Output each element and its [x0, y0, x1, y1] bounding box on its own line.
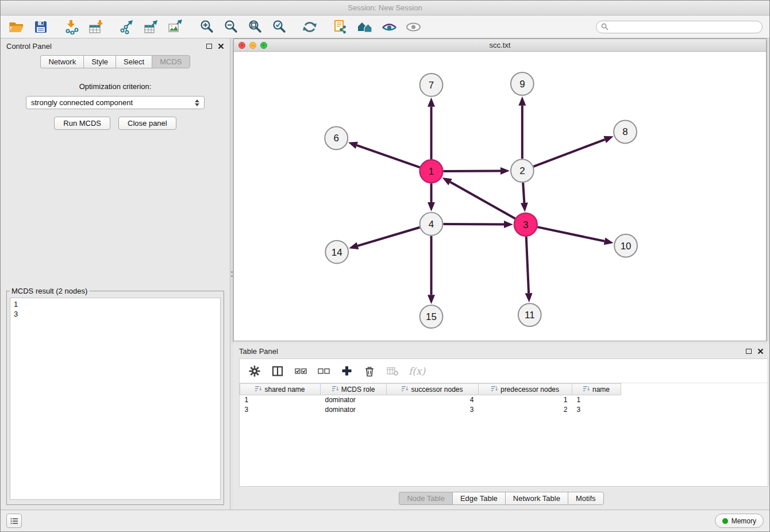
table-cell[interactable]: 2 [479, 405, 572, 415]
graph-node-2[interactable]: 2 [511, 159, 534, 182]
close-panel-icon[interactable] [218, 43, 224, 49]
zoom-selected-button[interactable] [270, 18, 288, 36]
column-header[interactable]: shared name [240, 384, 321, 395]
close-panel-button[interactable]: Close panel [118, 117, 176, 130]
graph-edge-4-3[interactable] [443, 221, 513, 228]
graph-node-7[interactable]: 7 [420, 74, 443, 97]
column-header-label: name [592, 385, 610, 394]
memory-button[interactable]: Memory [715, 514, 764, 528]
save-session-button[interactable] [32, 18, 50, 36]
graph-edge-1-7[interactable] [428, 98, 435, 160]
control-panel-title: Control Panel [6, 42, 52, 51]
svg-text:1: 1 [429, 166, 434, 177]
table-cell[interactable]: 3 [387, 405, 479, 415]
graph-edge-1-4[interactable] [428, 183, 435, 211]
graph-edge-4-15[interactable] [428, 236, 435, 304]
graphics-details-button[interactable] [380, 18, 398, 36]
graph-node-8[interactable]: 8 [614, 121, 637, 144]
tab-network[interactable]: Network [40, 55, 83, 68]
search-input[interactable] [612, 23, 757, 31]
close-window-icon[interactable]: × [238, 42, 245, 49]
tab-edge-table[interactable]: Edge Table [452, 492, 505, 505]
graph-node-15[interactable]: 15 [420, 305, 443, 328]
tab-mcds[interactable]: MCDS [152, 55, 190, 68]
graph-node-11[interactable]: 11 [518, 303, 541, 326]
unselect-all-columns-button[interactable] [317, 364, 330, 378]
graph-edge-2-3[interactable] [521, 183, 528, 212]
function-builder-button[interactable]: f(x) [409, 364, 425, 378]
graph-edge-3-10[interactable] [537, 227, 613, 245]
zoom-in-button[interactable] [197, 18, 215, 36]
fx-icon: f(x) [409, 365, 425, 377]
graph-node-6[interactable]: 6 [325, 127, 348, 150]
graph-node-3[interactable]: 3 [514, 213, 537, 236]
minimize-window-icon[interactable]: − [249, 42, 256, 49]
graph-edge-2-8[interactable] [533, 136, 613, 167]
tab-node-table[interactable]: Node Table [399, 492, 452, 505]
export-network-button[interactable] [118, 18, 136, 36]
table-row[interactable]: 1dominator411 [240, 395, 621, 405]
show-hide-button[interactable] [404, 18, 422, 36]
graph-node-4[interactable]: 4 [420, 213, 443, 236]
tab-select[interactable]: Select [116, 55, 152, 68]
graph-node-10[interactable]: 10 [614, 234, 637, 257]
run-mcds-button[interactable]: Run MCDS [54, 117, 110, 130]
tab-network-table[interactable]: Network Table [505, 492, 568, 505]
graph-node-14[interactable]: 14 [325, 241, 348, 264]
table-cell[interactable]: 1 [479, 395, 572, 405]
table-cell[interactable]: dominator [321, 395, 387, 405]
table-settings-button[interactable] [248, 364, 261, 378]
graph-node-1[interactable]: 1 [420, 160, 443, 183]
close-table-panel-icon[interactable] [757, 348, 764, 354]
graph-node-9[interactable]: 9 [511, 72, 534, 95]
table-cell[interactable]: 3 [240, 405, 321, 415]
zoom-out-button[interactable] [221, 18, 240, 36]
float-panel-icon[interactable] [206, 44, 212, 49]
table-row[interactable]: 3dominator323 [240, 405, 621, 415]
export-table-button[interactable] [142, 18, 160, 36]
add-column-button[interactable] [340, 364, 353, 378]
table-cell[interactable]: 3 [572, 405, 621, 415]
open-session-button[interactable] [7, 18, 26, 36]
refresh-layout-button[interactable] [301, 18, 319, 36]
sort-icon [491, 385, 498, 394]
mcds-result-area[interactable]: 1 3 [10, 298, 221, 500]
tab-style[interactable]: Style [83, 55, 116, 68]
network-canvas[interactable]: 7968124314101511 [234, 52, 766, 341]
table-tabs: Node Table Edge Table Network Table Moti… [399, 492, 603, 505]
task-history-button[interactable] [6, 514, 22, 528]
column-header[interactable]: predecessor nodes [479, 384, 572, 395]
search-box[interactable] [596, 21, 763, 33]
import-table-icon [88, 20, 103, 34]
clear-table-button[interactable] [386, 364, 399, 378]
trash-icon [364, 365, 375, 377]
network-overview-button[interactable] [356, 18, 374, 36]
column-header[interactable]: successor nodes [387, 384, 479, 395]
maximize-window-icon[interactable]: + [260, 42, 267, 49]
import-network-button[interactable] [63, 18, 81, 36]
import-table-button[interactable] [87, 18, 105, 36]
column-header[interactable]: MCDS role [321, 384, 387, 395]
table-cell[interactable]: 1 [572, 395, 621, 405]
export-image-button[interactable] [166, 18, 184, 36]
graph-edge-3-11[interactable] [525, 237, 533, 303]
show-columns-button[interactable] [271, 364, 284, 378]
graph-edge-1-6[interactable] [348, 142, 420, 167]
table-cell[interactable]: 4 [387, 395, 479, 405]
delete-columns-button[interactable] [363, 364, 376, 378]
float-table-panel-icon[interactable] [746, 349, 752, 354]
graph-edge-2-9[interactable] [518, 97, 526, 159]
graph-edge-1-2[interactable] [443, 167, 510, 175]
tab-motifs[interactable]: Motifs [568, 492, 604, 505]
graph-edge-3-1[interactable] [442, 178, 515, 219]
table-cell[interactable]: 1 [240, 395, 321, 405]
copy-network-view-button[interactable] [332, 18, 350, 36]
copy-network-icon [333, 20, 348, 34]
graph-edge-4-14[interactable] [349, 228, 419, 249]
column-header[interactable]: name [572, 384, 621, 395]
select-all-columns-button[interactable] [294, 364, 307, 378]
criterion-select[interactable]: strongly connected component [26, 96, 205, 109]
zoom-fit-button[interactable] [245, 18, 264, 36]
zoom-out-icon [224, 20, 238, 34]
table-cell[interactable]: dominator [321, 405, 387, 415]
